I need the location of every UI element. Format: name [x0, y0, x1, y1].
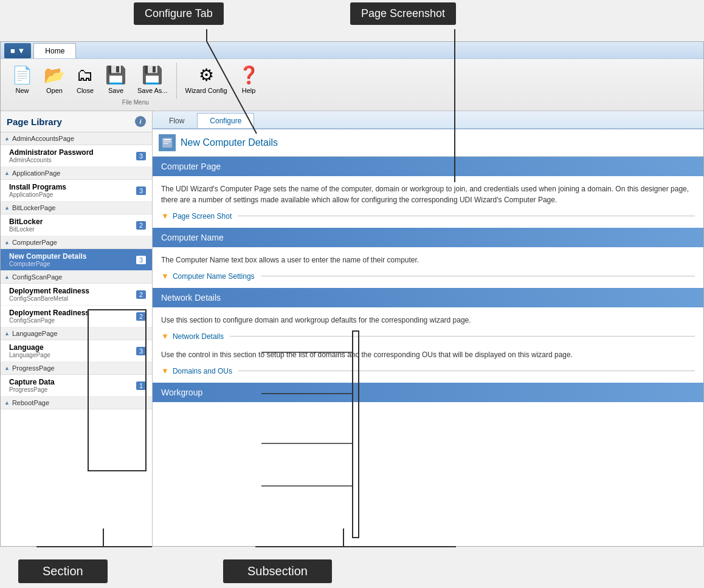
item-sub: BitLocker — [9, 226, 43, 233]
item-name: Deployment Readiness — [9, 309, 89, 317]
tab-configure[interactable]: Configure — [197, 113, 254, 128]
sidebar-item-adminpassword[interactable]: Administrator Password AdminAccounts 3 — [1, 145, 152, 167]
item-badge: 2 — [136, 221, 146, 230]
item-name: Capture Data — [9, 378, 55, 386]
subsection-label: Page Screen Shot — [173, 212, 232, 220]
svg-rect-15 — [164, 139, 171, 140]
sidebar-item-language[interactable]: Language LanguagePage 3 — [1, 340, 152, 362]
chevron-down-icon: ▼ — [161, 211, 169, 220]
chevron-icon: ▲ — [4, 330, 10, 337]
sidebar-scroll[interactable]: ▲ AdminAccountsPage Administrator Passwo… — [1, 132, 152, 546]
close-label: Close — [77, 87, 94, 94]
item-name: BitLocker — [9, 217, 43, 226]
sidebar-group-adminaccountspage[interactable]: ▲ AdminAccountsPage — [1, 132, 152, 145]
tab-flow[interactable]: Flow — [156, 113, 197, 128]
computer-page-text: The UDI Wizard's Computer Page sets the … — [161, 183, 695, 205]
sidebar-group-languagepage[interactable]: ▲ LanguagePage — [1, 327, 152, 340]
sidebar-group-bitlockerpage[interactable]: ▲ BitLockerPage — [1, 202, 152, 214]
item-content: New Computer Details ComputerPage — [9, 252, 86, 267]
item-content: Language LanguagePage — [9, 343, 50, 358]
group-name: BitLockerPage — [12, 204, 56, 211]
group-name: ComputerPage — [12, 239, 57, 246]
sidebar-group-applicationpage[interactable]: ▲ ApplicationPage — [1, 167, 152, 180]
item-name: Language — [9, 343, 50, 352]
sidebar-item-bitlocker[interactable]: BitLocker BitLocker 2 — [1, 214, 152, 236]
sidebar-group-rebootpage[interactable]: ▲ RebootPage — [1, 397, 152, 409]
item-badge: 3 — [136, 186, 146, 195]
chevron-down-icon: ▼ — [161, 366, 169, 375]
sidebar-item-deploymentreadiness2[interactable]: Deployment Readiness ConfigScanPage 2 — [1, 306, 152, 327]
help-label: Help — [242, 87, 256, 94]
sidebar-title: Page Library — [7, 117, 62, 127]
section-workgroup-header: Workgroup — [153, 383, 703, 402]
chevron-down-icon: ▼ — [161, 272, 169, 281]
item-badge: 2 — [136, 290, 146, 299]
item-content: Deployment Readiness ConfigScanBareMetal — [9, 287, 89, 302]
item-content: Install Programs ApplicationPage — [9, 183, 66, 198]
item-content: Deployment Readiness ConfigScanPage — [9, 309, 89, 324]
section-network-details-body: Use this section to configure domain and… — [153, 307, 703, 383]
open-button[interactable]: 📂 Open — [39, 63, 70, 99]
chevron-icon: ▲ — [4, 274, 10, 280]
help-button[interactable]: ❓ Help — [233, 63, 264, 99]
chevron-icon: ▲ — [4, 170, 10, 176]
subsection-network-details[interactable]: ▼ Network Details — [161, 332, 695, 341]
section-annotation-label: Section — [18, 559, 108, 583]
subsection-label: Domains and OUs — [173, 367, 232, 375]
content-tabs: Flow Configure — [153, 111, 703, 129]
subsection-computer-name-settings[interactable]: ▼ Computer Name Settings — [161, 272, 695, 281]
sidebar: Page Library i ▲ AdminAccountsPage Admin… — [1, 111, 153, 546]
subsection-label: Network Details — [173, 332, 224, 341]
tab-home[interactable]: Home — [33, 43, 76, 58]
sidebar-item-installprograms[interactable]: Install Programs ApplicationPage 3 — [1, 180, 152, 202]
content-body[interactable]: New Computer Details Computer Page The U… — [153, 129, 703, 546]
subsection-line — [261, 276, 695, 276]
info-button[interactable]: i — [135, 116, 146, 127]
subsection-page-screenshot[interactable]: ▼ Page Screen Shot — [161, 211, 695, 220]
item-sub: ComputerPage — [9, 261, 86, 267]
configure-tab-annotation: Configure Tab — [134, 2, 224, 25]
item-sub: LanguagePage — [9, 352, 50, 358]
computer-name-text: The Computer Name text box allows a user… — [161, 255, 695, 265]
section-computer-name-body: The Computer Name text box allows a user… — [153, 247, 703, 288]
subsection-line — [238, 371, 695, 371]
item-badge: 3 — [136, 347, 146, 355]
open-icon: 📂 — [44, 65, 65, 85]
wizard-config-button[interactable]: ⚙ Wizard Config — [181, 63, 232, 99]
new-label: New — [15, 87, 29, 94]
main-area: Page Library i ▲ AdminAccountsPage Admin… — [1, 111, 703, 546]
ribbon-file-group: 📄 New 📂 Open 🗂 Close 💾 Save — [7, 63, 264, 107]
item-sub: ApplicationPage — [9, 191, 66, 198]
section-network-details-header: Network Details — [153, 288, 703, 307]
sidebar-item-deploymentreadiness1[interactable]: Deployment Readiness ConfigScanBareMetal… — [1, 284, 152, 306]
section-computer-page-header: Computer Page — [153, 157, 703, 176]
ribbon-menu-button[interactable]: ■ ▼ — [4, 43, 31, 58]
save-as-button[interactable]: 💾 Save As... — [133, 63, 173, 99]
item-sub: ConfigScanBareMetal — [9, 295, 89, 302]
sidebar-group-configscanpage[interactable]: ▲ ConfigScanPage — [1, 271, 152, 284]
app-container: ■ ▼ Home 📄 New 📂 Open 🗂 — [0, 41, 704, 547]
sidebar-group-computerpage[interactable]: ▲ ComputerPage — [1, 236, 152, 249]
close-button[interactable]: 🗂 Close — [71, 63, 99, 99]
subsection-domains-ous[interactable]: ▼ Domains and OUs — [161, 366, 695, 375]
subsection-line — [238, 216, 695, 216]
page-header-svg — [161, 137, 173, 149]
group-name: AdminAccountsPage — [12, 135, 74, 142]
item-sub: AdminAccounts — [9, 157, 94, 163]
group-name: ApplicationPage — [12, 169, 61, 177]
content-panel: Flow Configure New Computer Details — [153, 111, 703, 546]
chevron-icon: ▲ — [4, 239, 10, 245]
item-content: Administrator Password AdminAccounts — [9, 148, 94, 163]
sidebar-group-progresspage[interactable]: ▲ ProgressPage — [1, 362, 152, 375]
group-name: LanguagePage — [12, 330, 58, 337]
ribbon: ■ ▼ Home 📄 New 📂 Open 🗂 — [1, 42, 703, 111]
sidebar-item-capturedata[interactable]: Capture Data ProgressPage 1 — [1, 375, 152, 397]
network-details-text: Use this section to configure domain and… — [161, 315, 695, 326]
item-name: Administrator Password — [9, 148, 94, 157]
item-content: BitLocker BitLocker — [9, 217, 43, 233]
save-button[interactable]: 💾 Save — [100, 63, 131, 99]
chevron-icon: ▲ — [4, 400, 10, 406]
network-details-text2: Use the control in this section to setup… — [161, 349, 695, 360]
sidebar-item-newcomputerdetails[interactable]: New Computer Details ComputerPage 3 — [1, 249, 152, 271]
new-button[interactable]: 📄 New — [7, 63, 38, 99]
